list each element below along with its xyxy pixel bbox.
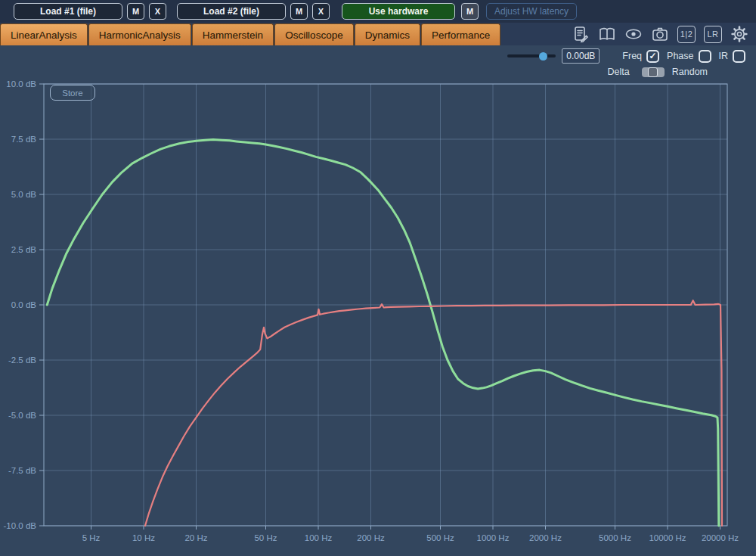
- tab-hammerstein[interactable]: Hammerstein: [192, 23, 274, 45]
- use-hardware-button[interactable]: Use hardware: [342, 3, 455, 20]
- delta-label: Delta: [608, 67, 630, 77]
- tab-linear-analysis[interactable]: LinearAnalysis: [0, 23, 88, 45]
- load-1-clear-button[interactable]: X: [149, 3, 166, 20]
- svg-text:200 Hz: 200 Hz: [357, 533, 385, 542]
- signal-mode-controls: Delta Random: [608, 67, 747, 77]
- svg-text:-5.0 dB: -5.0 dB: [8, 411, 36, 420]
- load-1-mute-button[interactable]: M: [127, 3, 144, 20]
- random-label: Random: [672, 67, 708, 77]
- load-2-clear-button[interactable]: X: [312, 3, 330, 20]
- svg-text:2.5 dB: 2.5 dB: [11, 245, 37, 254]
- eye-icon[interactable]: [624, 25, 643, 43]
- svg-text:10000 Hz: 10000 Hz: [649, 533, 686, 542]
- svg-text:7.5 dB: 7.5 dB: [11, 135, 37, 144]
- gear-icon[interactable]: [730, 25, 748, 43]
- gain-slider-knob[interactable]: [539, 52, 547, 61]
- gain-slider[interactable]: [507, 50, 556, 62]
- freq-label: Freq: [622, 51, 642, 61]
- svg-text:20000 Hz: 20000 Hz: [702, 533, 739, 542]
- ir-label: IR: [719, 51, 729, 61]
- toolbar-icon-strip: 1|2 LR: [572, 23, 756, 45]
- svg-text:-10.0 dB: -10.0 dB: [4, 521, 37, 530]
- svg-text:10.0 dB: 10.0 dB: [6, 79, 36, 89]
- svg-text:-7.5 dB: -7.5 dB: [8, 466, 36, 475]
- analysis-controls: 0.00dB Freq ✓ Phase IR Delta Random: [507, 48, 747, 77]
- phase-label: Phase: [667, 51, 693, 61]
- lr-channel-icon[interactable]: LR: [704, 26, 722, 43]
- compare-1-2-icon[interactable]: 1|2: [677, 26, 696, 43]
- gain-slider-track[interactable]: [507, 54, 556, 57]
- svg-text:0.0 dB: 0.0 dB: [11, 300, 37, 309]
- tab-performance[interactable]: Performance: [421, 23, 500, 45]
- hardware-mute-button[interactable]: M: [461, 3, 479, 20]
- toggle-knob[interactable]: [648, 67, 658, 77]
- svg-text:20 Hz: 20 Hz: [184, 533, 207, 542]
- tab-dynamics[interactable]: Dynamics: [355, 23, 420, 45]
- svg-text:500 Hz: 500 Hz: [426, 533, 454, 542]
- tab-oscilloscope[interactable]: Oscilloscope: [274, 23, 354, 45]
- svg-text:10 Hz: 10 Hz: [132, 533, 155, 542]
- svg-text:50 Hz: 50 Hz: [254, 533, 277, 542]
- notes-edit-icon[interactable]: [572, 25, 590, 43]
- load-2-mute-button[interactable]: M: [290, 3, 308, 20]
- svg-text:-2.5 dB: -2.5 dB: [8, 356, 36, 365]
- gain-value-field[interactable]: 0.00dB: [562, 48, 600, 64]
- chart-area: 5 Hz10 Hz20 Hz50 Hz100 Hz200 Hz500 Hz100…: [0, 45, 756, 556]
- tab-harmonic-analysis[interactable]: HarmonicAnalysis: [88, 23, 191, 45]
- ir-checkbox[interactable]: [733, 50, 745, 63]
- plugin-analyzer-window: Load #1 (file) M X Load #2 (file) M X Us…: [0, 0, 756, 556]
- load-2-button[interactable]: Load #2 (file): [177, 3, 286, 20]
- svg-text:5000 Hz: 5000 Hz: [599, 533, 631, 542]
- store-button[interactable]: Store: [50, 85, 95, 101]
- svg-text:5 Hz: 5 Hz: [82, 533, 101, 542]
- delta-random-toggle[interactable]: [642, 67, 665, 77]
- tab-bar: LinearAnalysis HarmonicAnalysis Hammerst…: [0, 23, 756, 45]
- svg-text:1000 Hz: 1000 Hz: [477, 533, 510, 542]
- adjust-hw-latency-button[interactable]: Adjust HW latency: [486, 3, 577, 20]
- svg-text:100 Hz: 100 Hz: [305, 533, 333, 542]
- svg-text:5.0 dB: 5.0 dB: [11, 190, 37, 199]
- top-bar: Load #1 (file) M X Load #2 (file) M X Us…: [0, 0, 756, 23]
- camera-icon[interactable]: [651, 25, 669, 43]
- freq-checkbox[interactable]: ✓: [646, 50, 659, 63]
- manual-book-icon[interactable]: [598, 25, 616, 43]
- phase-checkbox[interactable]: [699, 50, 711, 63]
- frequency-response-chart: 5 Hz10 Hz20 Hz50 Hz100 Hz200 Hz500 Hz100…: [0, 45, 756, 556]
- load-1-button[interactable]: Load #1 (file): [14, 3, 122, 20]
- gain-and-trace-controls: 0.00dB Freq ✓ Phase IR: [507, 48, 747, 64]
- svg-text:2000 Hz: 2000 Hz: [529, 533, 562, 542]
